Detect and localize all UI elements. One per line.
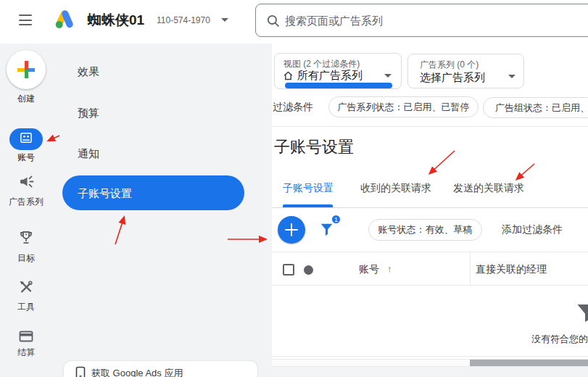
tabs-divider xyxy=(272,207,588,208)
megaphone-icon[interactable] xyxy=(17,174,35,194)
create-button[interactable] xyxy=(7,50,46,89)
empty-state-funnel-icon xyxy=(574,300,588,329)
rail-item-create-label[interactable]: 创建 xyxy=(0,93,52,105)
campaign-selector-label: 广告系列 (0 个) xyxy=(420,59,479,71)
view-selector-value: 所有广告系列 xyxy=(297,69,363,83)
tab-subaccount-settings[interactable]: 子账号设置 xyxy=(283,182,334,195)
accounts-card-icon xyxy=(19,130,33,148)
tab-received-link-requests[interactable]: 收到的关联请求 xyxy=(360,182,431,195)
campaign-selector-caret-icon xyxy=(508,75,515,78)
sidebar-item-performance[interactable]: 效果 xyxy=(78,65,99,79)
status-dot-column-icon xyxy=(304,265,313,275)
select-all-checkbox[interactable] xyxy=(283,264,294,276)
content-bottom-gutter xyxy=(272,367,588,377)
horizontal-scrollbar[interactable] xyxy=(272,359,588,367)
sidebar-item-notifications[interactable]: 通知 xyxy=(78,147,99,161)
phone-icon xyxy=(75,366,86,377)
billing-card-icon[interactable] xyxy=(17,328,35,348)
rail-item-tools-label[interactable]: 工具 xyxy=(0,301,52,313)
search-icon xyxy=(266,14,281,31)
rail-item-billing-label[interactable]: 结算 xyxy=(0,347,52,359)
column-divider xyxy=(470,252,471,286)
header-bottom-divider xyxy=(272,285,588,286)
page-title: 子账号设置 xyxy=(274,136,354,158)
trophy-icon[interactable] xyxy=(17,229,35,249)
get-app-promo[interactable]: 获取 Google Ads 应用 xyxy=(64,361,257,377)
google-ads-logo-icon xyxy=(54,9,75,32)
column-header-account[interactable]: 账号 xyxy=(359,263,379,276)
add-subaccount-button[interactable] xyxy=(278,216,305,244)
filter-bar-label: 过滤条件 xyxy=(273,101,313,114)
account-status-chip[interactable]: 账号状态：有效、草稿 xyxy=(368,219,482,241)
scrollbar-thumb[interactable] xyxy=(470,360,588,366)
hamburger-menu-icon[interactable] xyxy=(19,14,32,25)
table-bottom-divider xyxy=(272,356,588,357)
add-filter-button[interactable]: 添加过滤条件 xyxy=(502,223,563,236)
account-name[interactable]: 蜘蛛侠01 xyxy=(88,11,144,30)
view-selector-caret-icon xyxy=(384,74,392,78)
rail-item-accounts-label[interactable]: 账号 xyxy=(0,152,52,164)
account-id: 110-574-1970 xyxy=(157,15,210,25)
filter-badge: 1 xyxy=(331,214,341,225)
divider xyxy=(272,126,588,127)
rail-item-campaigns-label[interactable]: 广告系列 xyxy=(0,196,52,208)
account-switcher-caret-icon[interactable] xyxy=(221,18,228,22)
view-selector[interactable]: 视图 (2 个过滤条件) 所有广告系列 xyxy=(274,53,402,89)
sidebar-item-subaccount-settings-label: 子账号设置 xyxy=(78,187,132,201)
campaign-selector-value: 选择广告系列 xyxy=(420,71,485,85)
rail-item-goals-label[interactable]: 目标 xyxy=(0,252,52,265)
view-selector-active-bar xyxy=(285,83,392,88)
campaign-selector[interactable]: 广告系列 (0 个) 选择广告系列 xyxy=(407,54,524,88)
get-app-promo-label: 获取 Google Ads 应用 xyxy=(91,367,183,377)
search-placeholder: 搜索页面或广告系列 xyxy=(285,14,383,28)
plus-multicolor-icon xyxy=(17,61,35,78)
filter-chip-adgroup-status[interactable]: 广告组状态：已启用、已暂停 xyxy=(483,97,588,118)
empty-state-message: 没有符合您的过滤条件 xyxy=(531,333,588,346)
tools-icon[interactable] xyxy=(17,278,35,299)
tab-sent-link-requests[interactable]: 发送的关联请求 xyxy=(453,182,524,195)
column-header-direct-manager[interactable]: 直接关联的经理 xyxy=(476,263,547,276)
plus-icon xyxy=(291,223,293,236)
search-input[interactable]: 搜索页面或广告系列 xyxy=(255,4,588,37)
sidebar-item-subaccount-settings[interactable]: 子账号设置 xyxy=(62,175,244,210)
sidebar-item-budget[interactable]: 预算 xyxy=(78,107,99,120)
sort-ascending-icon[interactable]: ↑ xyxy=(387,263,392,274)
rail-item-accounts[interactable] xyxy=(9,128,43,150)
topbar: 蜘蛛侠01 110-574-1970 搜索页面或广告系列 xyxy=(0,0,588,44)
divider xyxy=(272,252,588,252)
filter-chip-campaign-status[interactable]: 广告系列状态：已启用、已暂停 xyxy=(328,96,479,117)
